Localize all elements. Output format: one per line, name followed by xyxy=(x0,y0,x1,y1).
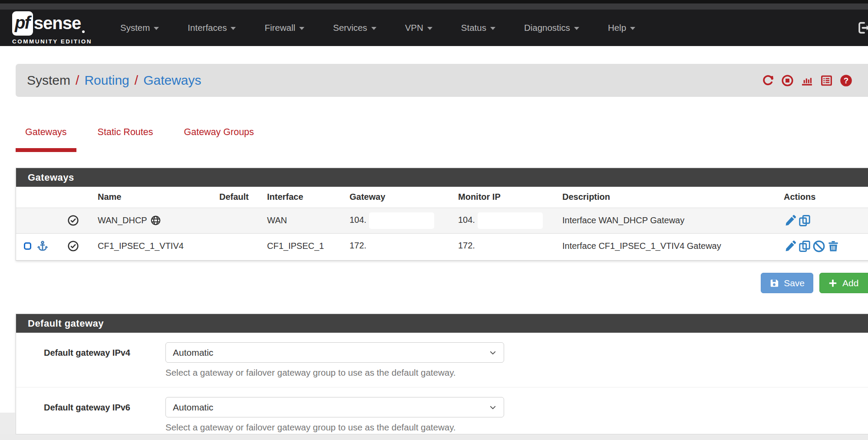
gateways-table: Name Default Interface Gateway Monitor I… xyxy=(16,187,868,259)
nav-label: System xyxy=(120,23,150,33)
tab-gateways[interactable]: Gateways xyxy=(16,123,76,152)
anchor-icon xyxy=(36,240,49,252)
gateway-ip: 104. xyxy=(350,215,366,225)
save-label: Save xyxy=(784,278,805,288)
nav-label: Diagnostics xyxy=(524,23,570,33)
logo-sense: sense xyxy=(34,13,81,33)
actions-cell xyxy=(780,208,868,233)
add-button[interactable]: Add xyxy=(819,273,868,293)
default-cell xyxy=(216,208,264,233)
refresh-icon[interactable] xyxy=(762,74,774,87)
copy-icon[interactable] xyxy=(798,240,811,253)
selected-value: Automatic xyxy=(173,402,213,413)
nav-label: Firewall xyxy=(264,23,295,33)
check-circle-icon xyxy=(67,215,91,226)
stop-circle-icon[interactable] xyxy=(781,74,794,87)
redaction-box xyxy=(369,238,434,255)
caret-down-icon xyxy=(231,27,236,30)
default-gateway-ipv4-select[interactable]: Automatic xyxy=(165,342,504,363)
description-cell: Interface CF1_IPSEC_1_VTIV4 Gateway xyxy=(559,233,780,259)
ban-icon[interactable] xyxy=(812,240,825,253)
gateway-name: WAN_DHCP xyxy=(98,215,147,225)
description-cell: Interface WAN_DHCP Gateway xyxy=(559,208,780,233)
add-label: Add xyxy=(842,278,858,288)
default-gateway-ipv6-select[interactable]: Automatic xyxy=(165,397,504,417)
svg-text:?: ? xyxy=(844,76,848,85)
bar-chart-icon[interactable] xyxy=(801,74,813,87)
col-monitor-ip: Monitor IP xyxy=(455,187,559,208)
breadcrumb-gateways-link[interactable]: Gateways xyxy=(143,73,201,88)
caret-down-icon xyxy=(490,27,495,30)
nav-item-interfaces[interactable]: Interfaces xyxy=(173,23,250,33)
nav-item-status[interactable]: Status xyxy=(447,23,510,33)
gateways-panel: Gateways Name Default Interface Gateway … xyxy=(16,168,868,261)
copy-icon[interactable] xyxy=(798,214,811,227)
nav-item-help[interactable]: Help xyxy=(594,23,650,33)
tab-static-routes[interactable]: Static Routes xyxy=(88,123,163,152)
nav-item-firewall[interactable]: Firewall xyxy=(250,23,319,33)
monitor-ip: 172. xyxy=(458,241,475,250)
nav-menu: System Interfaces Firewall Services VPN … xyxy=(106,23,650,33)
help-circle-icon[interactable]: ? xyxy=(840,74,852,87)
edit-icon[interactable] xyxy=(784,214,797,227)
caret-down-icon xyxy=(630,27,635,30)
check-circle-icon xyxy=(67,240,91,252)
table-row: CF1_IPSEC_1_VTIV4 CF1_IPSEC_1 172. 172. … xyxy=(16,233,868,259)
caret-down-icon xyxy=(154,27,159,30)
default-gateway-panel: Default gateway Default gateway IPv4 Aut… xyxy=(16,314,868,434)
breadcrumb: System / Routing / Gateways xyxy=(27,73,201,88)
table-header-row: Name Default Interface Gateway Monitor I… xyxy=(16,187,868,208)
default-gateway-ipv4-help: Select a gateway or failover gateway gro… xyxy=(165,367,504,378)
nav-item-system[interactable]: System xyxy=(106,23,173,33)
main-navbar: pf sense COMMUNITY EDITION System Interf… xyxy=(0,10,868,46)
gateways-panel-title: Gateways xyxy=(16,168,868,187)
breadcrumb-routing-link[interactable]: Routing xyxy=(84,73,129,88)
default-gateway-ipv4-label: Default gateway IPv4 xyxy=(44,342,165,378)
breadcrumb-bar: System / Routing / Gateways xyxy=(16,64,868,97)
monitor-ip: 104. xyxy=(458,215,475,225)
breadcrumb-system: System xyxy=(27,73,70,88)
square-outline-icon[interactable] xyxy=(24,242,31,250)
pfsense-logo[interactable]: pf sense COMMUNITY EDITION xyxy=(12,11,97,45)
interface-cell: CF1_IPSEC_1 xyxy=(264,233,346,259)
redaction-box xyxy=(478,238,543,255)
monitor-cell: 172. xyxy=(455,233,559,259)
caret-down-icon xyxy=(371,27,376,30)
gateway-cell: 104. xyxy=(346,208,455,233)
col-row-icons xyxy=(16,187,64,208)
selected-value: Automatic xyxy=(173,347,213,358)
edit-icon[interactable] xyxy=(784,240,797,253)
tab-gateway-groups[interactable]: Gateway Groups xyxy=(174,123,263,152)
nav-item-services[interactable]: Services xyxy=(319,23,391,33)
default-gateway-ipv6-help: Select a gateway or failover gateway gro… xyxy=(165,422,504,433)
pfsense-gateways-page: pf sense COMMUNITY EDITION System Interf… xyxy=(0,0,868,440)
routing-tabs: Gateways Static Routes Gateway Groups xyxy=(16,123,275,152)
breadcrumb-separator: / xyxy=(135,73,138,88)
col-name: Name xyxy=(94,187,216,208)
trash-icon[interactable] xyxy=(827,240,840,253)
window-top-edge xyxy=(0,0,868,3)
gateway-cell: 172. xyxy=(346,233,455,259)
table-row: WAN_DHCP WAN xyxy=(16,208,868,233)
page-action-icons: ? xyxy=(762,74,852,87)
default-gateway-form: Default gateway IPv4 Automatic Select a … xyxy=(16,333,868,433)
col-gateway: Gateway xyxy=(346,187,455,208)
interface-cell: WAN xyxy=(264,208,346,233)
save-button[interactable]: Save xyxy=(761,273,813,293)
nav-item-diagnostics[interactable]: Diagnostics xyxy=(510,23,594,33)
col-status xyxy=(64,187,94,208)
log-icon[interactable] xyxy=(820,74,833,87)
redaction-box xyxy=(369,212,434,229)
caret-down-icon xyxy=(427,27,432,30)
col-default: Default xyxy=(216,187,264,208)
row-icons-cell xyxy=(16,208,64,233)
breadcrumb-separator: / xyxy=(76,73,79,88)
chevron-down-icon xyxy=(489,349,497,357)
table-actions-row: Save Add xyxy=(761,273,868,293)
redaction-box xyxy=(478,212,543,229)
name-cell: CF1_IPSEC_1_VTIV4 xyxy=(94,233,216,259)
sign-out-icon[interactable] xyxy=(856,20,868,35)
chevron-down-icon xyxy=(489,404,497,411)
nav-label: Status xyxy=(461,23,486,33)
nav-item-vpn[interactable]: VPN xyxy=(391,23,447,33)
